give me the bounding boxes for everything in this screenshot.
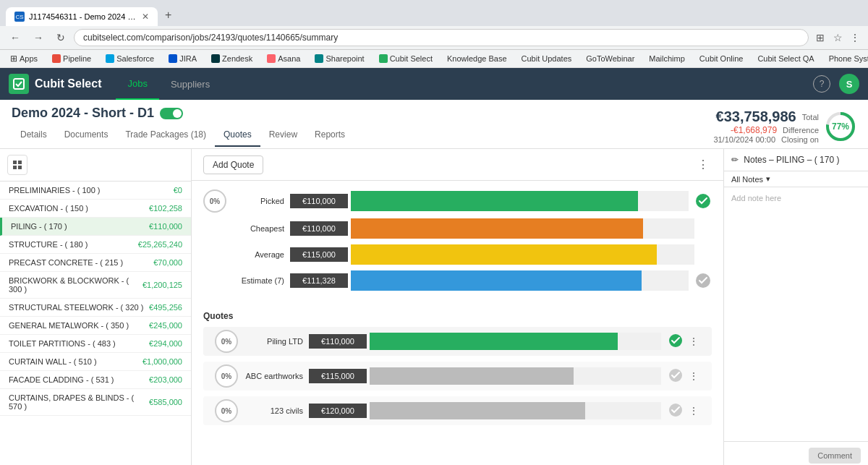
tab-trade-packages[interactable]: Trade Packages (18) — [116, 124, 215, 147]
settings-icon[interactable]: ⋮ — [848, 30, 862, 45]
bookmark-pipeline[interactable]: Pipeline — [48, 53, 95, 64]
browser-toolbar: ← → ↻ ⊞ ☆ ⋮ — [0, 26, 868, 50]
sidebar-item-brickwork[interactable]: BRICKWORK & BLOCKWORK - ( 300 ) €1,200,1… — [0, 272, 191, 299]
bookmark-cubitupdates[interactable]: Cubit Updates — [517, 53, 576, 64]
notes-content: Add note here — [724, 187, 868, 441]
abc-bar — [370, 367, 574, 385]
bookmark-jira[interactable]: JIRA — [164, 53, 201, 64]
sidebar-item-toilet-partitions[interactable]: TOILET PARTITIONS - ( 483 ) €294,000 — [0, 335, 191, 353]
sidebar-item-name: PRECAST CONCRETE - ( 215 ) — [9, 258, 123, 267]
tab-details[interactable]: Details — [12, 124, 56, 147]
grid-view-button[interactable] — [7, 155, 27, 175]
back-button[interactable]: ← — [6, 29, 25, 46]
sidebar-item-piling[interactable]: PILING - ( 170 ) €110,000 — [0, 218, 191, 236]
nav-tab-jobs[interactable]: Jobs — [116, 68, 158, 100]
bookmark-mailchimp[interactable]: Mailchimp — [644, 53, 689, 64]
sidebar-item-value: €1,000,000 — [142, 357, 182, 366]
more-options-button[interactable]: ⋮ — [694, 155, 712, 174]
sidebar-toolbar — [0, 149, 191, 182]
sidebar-item-precast[interactable]: PRECAST CONCRETE - ( 215 ) €70,000 — [0, 254, 191, 272]
sidebar-item-curtains[interactable]: CURTAINS, DRAPES & BLINDS - ( 570 ) €585… — [0, 389, 191, 416]
bookmark-phone[interactable]: Phone System — [825, 53, 868, 64]
tab-title: J1174546311 - Demo 2024 - S... — [29, 12, 137, 21]
tab-close-btn[interactable]: ✕ — [142, 12, 149, 22]
notes-title: Notes – PILING – ( 170 ) — [744, 155, 839, 165]
bookmarks-bar: ⊞ Apps Pipeline Salesforce JIRA Zendesk … — [0, 50, 868, 68]
estimate-check-icon — [694, 272, 712, 289]
bookmark-gotowebinar[interactable]: GoToWebinar — [582, 53, 639, 64]
bookmark-sharepoint[interactable]: Sharepoint — [310, 53, 368, 64]
new-tab-button[interactable]: + — [158, 4, 179, 26]
tab-quotes[interactable]: Quotes — [215, 124, 260, 147]
tab-documents[interactable]: Documents — [56, 124, 117, 147]
estimate-label: Estimate (7) — [232, 276, 290, 285]
sidebar-item-excavation[interactable]: EXCAVATION - ( 150 ) €102,258 — [0, 200, 191, 218]
sidebar-item-curtain-wall[interactable]: CURTAIN WALL - ( 510 ) €1,000,000 — [0, 353, 191, 371]
sidebar-item-value: €70,000 — [153, 258, 182, 267]
civils-more-button[interactable]: ⋮ — [687, 404, 700, 418]
sidebar-item-name: TOILET PARTITIONS - ( 483 ) — [9, 339, 116, 348]
piling-bar — [370, 333, 618, 350]
bookmark-salesforce[interactable]: Salesforce — [101, 53, 158, 64]
sidebar-item-preliminaries[interactable]: PRELIMINARIES - ( 100 ) €0 — [0, 182, 191, 200]
sidebar-item-name: STRUCTURAL STEELWORK - ( 320 ) — [9, 303, 143, 312]
notes-header: ✏ Notes – PILING – ( 170 ) — [724, 149, 868, 171]
chart-area: 0% Picked €110,000 — [192, 181, 723, 305]
user-avatar[interactable]: S — [839, 74, 859, 94]
nav-tab-suppliers[interactable]: Suppliers — [159, 68, 221, 100]
sidebar-item-value: €1,200,125 — [142, 281, 182, 289]
bookmark-apps[interactable]: ⊞ Apps — [6, 52, 42, 65]
civils-actions: ⋮ — [667, 401, 700, 421]
sidebar-item-structural-steelwork[interactable]: STRUCTURAL STEELWORK - ( 320 ) €495,256 — [0, 299, 191, 317]
browser-tab[interactable]: CS J1174546311 - Demo 2024 - S... ✕ — [6, 7, 158, 26]
tab-review[interactable]: Review — [260, 124, 306, 147]
picked-check-icon — [694, 192, 712, 210]
bookmark-knowledge[interactable]: Knowledge Base — [443, 53, 511, 64]
bookmark-cubitselect[interactable]: Cubit Select — [375, 53, 437, 64]
abc-check-button[interactable] — [667, 367, 684, 386]
piling-check-button[interactable] — [667, 332, 684, 351]
forward-button[interactable]: → — [29, 29, 48, 46]
abc-pct-badge: 0% — [215, 364, 238, 388]
sidebar-item-value: €245,000 — [149, 321, 182, 330]
status-toggle[interactable] — [160, 108, 183, 119]
sidebar-item-general-metalwork[interactable]: GENERAL METALWORK - ( 350 ) €245,000 — [0, 317, 191, 335]
tab-reports[interactable]: Reports — [306, 124, 354, 147]
average-bar — [351, 244, 657, 265]
bookmark-cubitqa[interactable]: Cubit Select QA — [753, 53, 818, 64]
left-sidebar: PRELIMINARIES - ( 100 ) €0 EXCAVATION - … — [0, 149, 192, 465]
sidebar-item-structure[interactable]: STRUCTURE - ( 180 ) €25,265,240 — [0, 236, 191, 254]
tab-favicon: CS — [14, 12, 25, 22]
add-quote-button[interactable]: Add Quote — [203, 155, 263, 174]
civils-bar — [370, 402, 585, 419]
piling-actions: ⋮ — [667, 332, 700, 351]
notes-filter-button[interactable]: All Notes ▾ — [731, 174, 770, 184]
svg-rect-6 — [18, 166, 22, 169]
sidebar-item-facade-cladding[interactable]: FACADE CLADDING - ( 531 ) €203,000 — [0, 371, 191, 389]
bookmark-asana[interactable]: Asana — [263, 53, 305, 64]
abc-more-button[interactable]: ⋮ — [687, 369, 700, 383]
abc-bar-container — [370, 367, 661, 385]
piling-more-button[interactable]: ⋮ — [687, 334, 700, 349]
url-bar[interactable] — [74, 29, 809, 46]
bookmark-cubitmatch[interactable]: Cubit Online — [695, 53, 748, 64]
comment-button[interactable]: Comment — [809, 448, 861, 464]
refresh-button[interactable]: ↻ — [52, 29, 69, 46]
main-content: PRELIMINARIES - ( 100 ) €0 EXCAVATION - … — [0, 149, 868, 465]
civils-check-button[interactable] — [667, 401, 684, 421]
progress-circle: 77% — [825, 111, 856, 142]
sidebar-item-value: €0 — [174, 186, 182, 195]
bookmark-icon[interactable]: ☆ — [830, 30, 845, 45]
help-button[interactable]: ? — [813, 75, 830, 93]
cheapest-value: €110,000 — [290, 221, 348, 236]
chart-row-estimate: Estimate (7) €111,328 — [203, 270, 712, 291]
sidebar-item-value: €102,258 — [149, 204, 182, 213]
sidebar-item-name: EXCAVATION - ( 150 ) — [9, 204, 88, 213]
piling-value: €110,000 — [309, 334, 367, 349]
bookmark-zendesk[interactable]: Zendesk — [207, 53, 257, 64]
extensions-icon[interactable]: ⊞ — [813, 30, 827, 45]
browser-chrome: CS J1174546311 - Demo 2024 - S... ✕ + ← … — [0, 0, 868, 68]
sidebar-item-value: €203,000 — [149, 375, 182, 384]
picked-value: €110,000 — [290, 194, 348, 208]
quote-row-abc: 0% ABC earthworks €115,000 ⋮ — [203, 362, 712, 391]
